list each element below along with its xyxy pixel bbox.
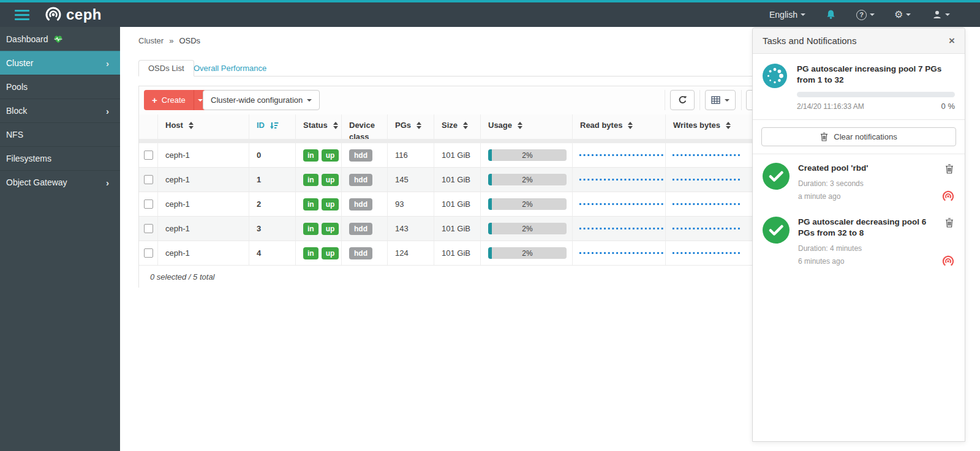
row-checkbox[interactable] <box>144 151 153 160</box>
usage-cell: 2% <box>481 217 573 240</box>
trash-icon[interactable] <box>945 164 954 174</box>
col-label: Usage <box>488 119 512 131</box>
clear-notifications-label: Clear notifications <box>834 132 897 141</box>
settings-dropdown[interactable]: ⚙ <box>894 2 911 27</box>
ceph-alert-icon[interactable] <box>941 255 955 268</box>
task-progress-bar <box>797 92 955 97</box>
close-icon[interactable]: × <box>949 35 955 46</box>
read-bytes-cell <box>573 168 666 192</box>
tab-label: OSDs List <box>148 64 184 73</box>
create-button[interactable]: +Create <box>144 90 207 110</box>
refresh-icon <box>678 95 687 105</box>
status-cell: inup <box>296 192 342 216</box>
usage-bar: 2% <box>488 223 567 234</box>
row-checkbox[interactable] <box>144 224 153 233</box>
sort-icon <box>726 122 731 129</box>
usage-value: 2% <box>488 223 567 234</box>
usage-value: 2% <box>488 247 567 259</box>
sidebar-item-label: Dashboard <box>6 34 48 44</box>
plus-icon: + <box>152 95 157 105</box>
sort-ascending-icon <box>270 122 279 129</box>
row-checkbox[interactable] <box>144 248 153 258</box>
ceph-brand[interactable]: ceph <box>44 6 102 24</box>
col-header-pgs[interactable]: PGs <box>388 114 434 139</box>
help-icon: ? <box>856 10 867 20</box>
col-header-usage[interactable]: Usage <box>481 114 573 139</box>
read-bytes-cell <box>573 192 666 216</box>
status-badge-in: in <box>303 174 318 186</box>
col-header-status[interactable]: Status <box>296 114 342 139</box>
chevron-down-icon <box>870 13 875 16</box>
cluster-wide-configuration-button[interactable]: Cluster-wide configuration <box>203 90 320 110</box>
clear-notifications-button[interactable]: Clear notifications <box>761 127 956 146</box>
selection-summary: 0 selected / 5 total <box>150 272 215 281</box>
writes-bytes-sparkline <box>672 154 741 157</box>
sort-icon <box>417 122 421 129</box>
sidebar-item-pools[interactable]: Pools <box>0 75 120 99</box>
chevron-down-icon <box>725 99 729 102</box>
trash-icon[interactable] <box>945 218 954 228</box>
sidebar-item-nfs[interactable]: NFS <box>0 122 120 146</box>
tab-osds-list[interactable]: OSDs List <box>138 60 194 76</box>
col-label: Device class <box>349 119 377 139</box>
writes-bytes-sparkline <box>672 203 741 206</box>
col-header-device-class[interactable]: Device class <box>342 114 388 139</box>
sidebar-item-object-gateway[interactable]: Object Gateway › <box>0 170 120 194</box>
breadcrumb-section[interactable]: Cluster <box>138 36 164 45</box>
id-cell: 4 <box>249 241 296 265</box>
notifications-panel-header: Tasks and Notifications × <box>753 28 965 54</box>
device-class-badge: hdd <box>349 247 372 259</box>
id-cell: 2 <box>249 192 296 216</box>
column-toggle-button[interactable] <box>705 90 736 110</box>
notification-duration: Duration: 3 seconds <box>798 179 939 188</box>
pgs-cell: 116 <box>388 143 434 167</box>
sidebar-item-cluster[interactable]: Cluster › <box>0 51 120 75</box>
toolbar-divider <box>699 90 700 110</box>
col-header-size[interactable]: Size <box>434 114 481 139</box>
create-button-label: Create <box>162 95 186 105</box>
sidebar-item-label: Object Gateway <box>6 177 67 187</box>
sort-icon <box>518 122 522 129</box>
device-class-badge: hdd <box>349 174 372 186</box>
read-bytes-sparkline <box>579 178 665 181</box>
chevron-down-icon <box>906 13 911 16</box>
bell-icon[interactable] <box>826 2 836 27</box>
sidebar-item-label: Pools <box>6 82 28 92</box>
sidebar-item-dashboard[interactable]: Dashboard <box>0 27 120 51</box>
usage-cell: 2% <box>481 241 573 265</box>
status-badge-in: in <box>303 198 318 211</box>
col-header-read-bytes[interactable]: Read bytes <box>573 114 666 139</box>
usage-value: 2% <box>488 198 567 210</box>
help-dropdown[interactable]: ? <box>856 2 875 27</box>
status-badge-up: up <box>322 247 339 259</box>
col-label: Host <box>165 119 183 131</box>
status-cell: inup <box>296 241 342 265</box>
status-badge-in: in <box>303 223 318 235</box>
tab-overall-performance[interactable]: Overall Performance <box>194 64 266 73</box>
top-navbar: ceph English ? ⚙ <box>0 2 980 27</box>
refresh-button[interactable] <box>670 90 695 110</box>
language-dropdown[interactable]: English <box>769 2 805 27</box>
read-bytes-cell <box>573 241 666 265</box>
usage-cell: 2% <box>481 192 573 216</box>
bell-glyph <box>826 9 836 20</box>
host-cell: ceph-1 <box>158 168 249 192</box>
row-checkbox[interactable] <box>144 199 153 209</box>
ceph-logo-icon <box>44 6 62 24</box>
col-header-host[interactable]: Host <box>158 114 249 139</box>
id-cell: 0 <box>249 143 296 167</box>
col-label: PGs <box>395 119 411 131</box>
brand-text: ceph <box>66 6 102 23</box>
row-checkbox[interactable] <box>144 175 153 184</box>
user-dropdown[interactable] <box>932 2 950 27</box>
ceph-alert-icon[interactable] <box>941 190 955 203</box>
sidebar-item-block[interactable]: Block › <box>0 99 120 122</box>
status-cell: inup <box>296 217 342 240</box>
notification-item: Created pool 'rbd' Duration: 3 seconds a… <box>753 154 965 208</box>
size-cell: 101 GiB <box>434 217 481 240</box>
notification-title: Created pool 'rbd' <box>798 163 939 174</box>
device-class-cell: hdd <box>342 241 388 265</box>
col-header-id[interactable]: ID <box>249 114 296 139</box>
sidebar-item-filesystems[interactable]: Filesystems <box>0 146 120 170</box>
hamburger-icon[interactable] <box>15 10 29 20</box>
